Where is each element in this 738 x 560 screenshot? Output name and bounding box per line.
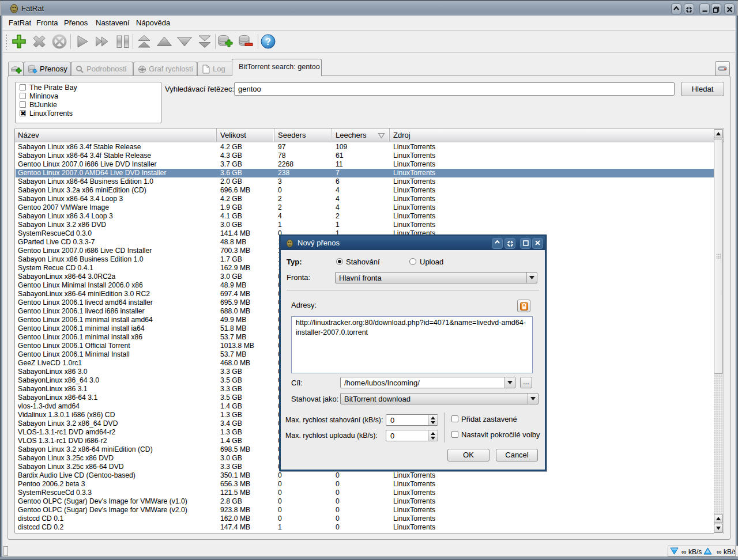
svg-text:?: ?	[265, 37, 271, 47]
